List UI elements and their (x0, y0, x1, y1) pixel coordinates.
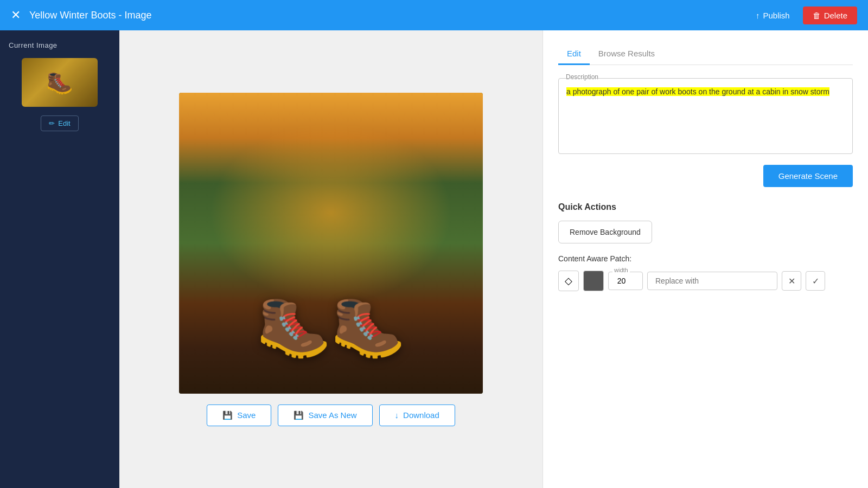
delete-label: Delete (824, 11, 847, 20)
boots-thumb-icon: 🥾 (46, 70, 73, 95)
close-button[interactable]: ✕ (11, 8, 21, 22)
save-as-new-icon: 💾 (293, 410, 304, 420)
description-field-group: Description a photograph of one pair of … (558, 78, 853, 154)
sidebar-section-label: Current Image (9, 41, 111, 49)
quick-actions-title: Quick Actions (558, 202, 853, 212)
cancel-icon: ✕ (788, 276, 795, 286)
width-field-label: width (612, 267, 630, 273)
publish-icon: ↑ (756, 11, 760, 20)
save-label: Save (237, 410, 256, 420)
image-canvas (179, 93, 483, 394)
delete-icon: 🗑 (813, 11, 821, 20)
download-icon: ↓ (395, 410, 399, 420)
confirm-icon: ✓ (812, 276, 819, 286)
description-display: a photograph of one pair of work boots o… (558, 78, 853, 154)
content-aware-patch-label: Content Aware Patch: (558, 254, 853, 263)
replace-with-input[interactable] (647, 272, 777, 290)
sidebar: Current Image 🥾 ✏ Edit (0, 30, 119, 488)
topbar-actions: ↑ Publish 🗑 Delete (749, 7, 857, 24)
clearfix-generate: Generate Scene (558, 165, 853, 202)
edit-label: Edit (58, 119, 70, 127)
width-input[interactable] (608, 272, 643, 290)
save-icon: 💾 (222, 410, 233, 420)
topbar: ✕ Yellow Winter Boots - Image ↑ Publish … (0, 0, 868, 30)
tab-browse-results[interactable]: Browse Results (590, 43, 663, 65)
remove-background-button[interactable]: Remove Background (558, 221, 652, 243)
main-canvas-area: 💾 Save 💾 Save As New ↓ Download (119, 30, 542, 488)
tabs-bar: Edit Browse Results (558, 43, 853, 65)
patch-controls: ◇ width ✕ ✓ (558, 271, 853, 291)
eraser-icon: ◇ (565, 275, 572, 287)
publish-button[interactable]: ↑ Publish (749, 8, 796, 23)
right-panel: Edit Browse Results Description a photog… (542, 30, 868, 488)
generate-scene-button[interactable]: Generate Scene (763, 165, 853, 187)
image-actions-bar: 💾 Save 💾 Save As New ↓ Download (207, 404, 455, 426)
edit-icon: ✏ (49, 119, 55, 127)
eraser-button[interactable]: ◇ (558, 271, 579, 291)
download-button[interactable]: ↓ Download (379, 404, 455, 426)
edit-image-button[interactable]: ✏ Edit (41, 115, 78, 131)
download-label: Download (403, 410, 439, 420)
delete-button[interactable]: 🗑 Delete (803, 7, 857, 24)
boots-scene-image (179, 93, 483, 394)
cancel-patch-button[interactable]: ✕ (782, 271, 801, 291)
tab-edit[interactable]: Edit (558, 43, 590, 65)
save-button[interactable]: 💾 Save (207, 404, 271, 426)
confirm-patch-button[interactable]: ✓ (806, 271, 825, 291)
page-title: Yellow Winter Boots - Image (29, 10, 741, 21)
width-field-wrap: width (608, 272, 643, 290)
main-layout: Current Image 🥾 ✏ Edit 💾 Save 💾 Save As … (0, 30, 868, 488)
publish-label: Publish (763, 11, 789, 20)
image-thumbnail: 🥾 (22, 58, 98, 107)
color-picker-button[interactable] (583, 271, 604, 291)
save-as-new-button[interactable]: 💾 Save As New (278, 404, 372, 426)
save-as-new-label: Save As New (308, 410, 356, 420)
thumbnail-boots-image: 🥾 (22, 58, 98, 107)
